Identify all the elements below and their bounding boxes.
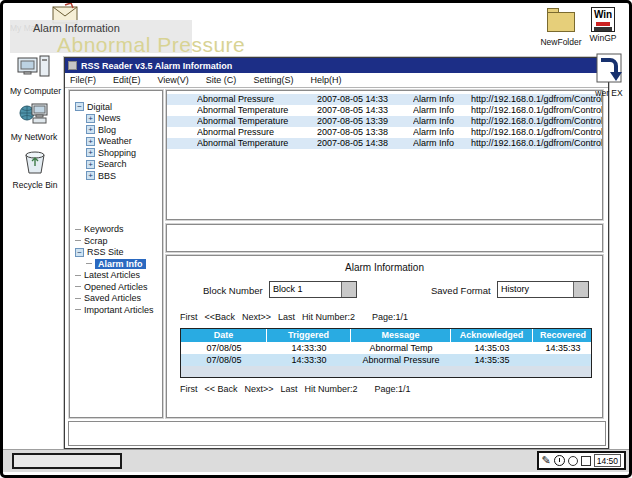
article-row[interactable]: Abnormal Pressure2007-08-05 13:38Alarm I… [167,127,602,138]
table-header-row: DateTriggeredMessageAcknowledgedRecovere… [181,329,591,342]
menu-item-edit-e[interactable]: Edit(E) [113,75,141,85]
input-panel-icon[interactable]: ✎ [542,455,551,466]
saved-format-select[interactable]: History [497,281,589,298]
folder-icon [547,12,575,32]
tree-item-important-articles[interactable]: Important Articles [70,304,162,316]
clock-time: 14:50 [594,454,621,467]
article-url: http://192.168.0.1/gdfrom/Controller?req… [471,94,602,105]
hit-number: Hit Number:2 [302,312,355,322]
tree-item-label: Shopping [98,148,136,158]
page-link-first[interactable]: First [180,384,198,394]
article-url: http://192.168.0.1/gdfrom/Controller?req… [471,105,602,116]
taskbar-start-button[interactable] [12,453,122,469]
block-number-dropdown-button[interactable] [341,282,356,297]
block-number-select[interactable]: Block 1 [269,281,357,298]
article-title: Abnormal Temperature [197,116,317,127]
article-title: Abnormal Pressure [197,94,317,105]
expand-icon[interactable]: + [86,160,95,169]
menu-item-setting-s[interactable]: Setting(S) [253,75,293,85]
tree-item-saved-articles[interactable]: Saved Articles [70,293,162,305]
table-row: 07/08/0514:33:30Abnormal Temp14:35:0314:… [181,342,591,354]
expand-icon[interactable]: + [86,171,95,180]
article-title: Abnormal Temperature [197,105,317,116]
tree-item-bbs[interactable]: +BBS [70,170,162,182]
tree-item-digital[interactable]: −Digital [70,101,162,113]
table-empty-row [181,366,591,377]
collapse-icon[interactable]: − [75,248,84,257]
cell-recovered: 14:35:33 [533,342,593,354]
tree-item-shopping[interactable]: +Shopping [70,147,162,159]
menu-item-site-c[interactable]: Site (C) [206,75,237,85]
cell-triggered: 14:33:30 [267,342,351,354]
tree-item-keywords[interactable]: Keywords [70,224,162,236]
expand-icon[interactable]: + [86,114,95,123]
expand-icon[interactable]: + [86,137,95,146]
expand-icon[interactable]: + [86,125,95,134]
tree-item-scrap[interactable]: Scrap [70,235,162,247]
menu-bar: File(F)Edit(E)View(V)Site (C)Setting(S)H… [65,73,608,88]
pagination-bottom: First<< BackNext>>LastHit Number:2Page:1… [180,384,411,394]
desktop-icon-recycle-bin[interactable]: Recycle Bin [12,148,58,190]
cell-triggered: 14:33:30 [267,354,351,366]
cell-date: 07/08/05 [181,354,267,366]
menu-item-view-v[interactable]: View(V) [158,75,189,85]
page-link-first[interactable]: First [180,312,198,322]
menu-item-help-h[interactable]: Help(H) [310,75,341,85]
article-type: Alarm Info [413,127,471,138]
saved-format-dropdown-button[interactable] [573,282,588,297]
article-datetime: 2007-08-05 14:33 [317,105,413,116]
article-row[interactable]: Abnormal Temperature2007-08-05 14:33Alar… [167,105,602,116]
article-type: Alarm Info [413,116,471,127]
tree-item-news[interactable]: +News [70,113,162,125]
article-datetime: 2007-08-05 14:33 [317,94,413,105]
tree-item-weather[interactable]: +Weather [70,136,162,148]
column-header-recovered: Recovered [533,329,593,342]
recycle-bin-icon [22,148,48,175]
alarm-clock-icon[interactable] [554,455,565,466]
window-system-icon[interactable] [68,61,77,70]
tree-item-label: Keywords [84,224,124,234]
desktop-screen: Alarm Information Abnormal Pressure My M… [0,0,632,478]
article-url: http://192.168.0.1/gdfrom/Controller?req… [471,138,602,149]
page-link-back[interactable]: << Back [205,384,238,394]
alarm-ticker-message: Abnormal Pressure [57,33,245,57]
page-link-last[interactable]: Last [278,312,295,322]
window-titlebar[interactable]: RSS Reader v3.5 Alarm Information [65,58,608,73]
alarm-history-table: DateTriggeredMessageAcknowledgedRecovere… [180,328,592,378]
saved-format-label: Saved Format [431,285,491,296]
desktop-icon-viewer-ex[interactable]: wer EX [590,53,628,98]
column-header-triggered: Triggered [267,329,351,342]
page-link-last[interactable]: Last [281,384,298,394]
page-link-next[interactable]: Next>> [245,384,274,394]
tree-item-label: Alarm Info [95,259,146,269]
tree-item-rss-site[interactable]: −RSS Site [70,247,162,259]
article-row[interactable]: Abnormal Pressure2007-08-05 14:33Alarm I… [167,94,602,105]
status-square-icon[interactable] [581,456,591,466]
collapse-icon[interactable]: − [75,102,84,111]
cell-message: Abnormal Temp [351,342,451,354]
status-circle-icon[interactable] [568,456,578,466]
tree-item-label: Opened Articles [84,282,148,292]
tree-item-blog[interactable]: +Blog [70,124,162,136]
tree-item-search[interactable]: +Search [70,159,162,171]
saved-format-value: History [498,282,573,297]
hit-number: Hit Number:2 [305,384,358,394]
tree-item-latest-articles[interactable]: Latest Articles [70,270,162,282]
desktop-icon-my-computer[interactable]: My Computer [10,54,58,96]
page-link-back[interactable]: <<Back [205,312,236,322]
tree-item-alarm-info[interactable]: Alarm Info [70,258,162,270]
desktop-icon-my-network[interactable]: My NetWork [10,101,58,142]
article-row[interactable]: Abnormal Temperature2007-08-05 13:39Alar… [167,116,602,127]
tree-item-opened-articles[interactable]: Opened Articles [70,281,162,293]
article-row[interactable]: Abnormal Temperature2007-08-05 14:38Alar… [167,138,602,149]
table-row: 07/08/0514:33:30Abnormal Pressure14:35:3… [181,354,591,366]
cell-message: Abnormal Pressure [351,354,451,366]
page-link-next[interactable]: Next>> [242,312,271,322]
desktop-icon-wingp[interactable]: Win WinGP [582,4,624,43]
expand-icon[interactable]: + [86,148,95,157]
cell-recovered [533,354,593,366]
cell-acknowledged: 14:35:03 [451,342,533,354]
tree-branch-line [75,275,81,276]
menu-item-file-f[interactable]: File(F) [70,75,96,85]
my-network-icon [18,101,50,127]
